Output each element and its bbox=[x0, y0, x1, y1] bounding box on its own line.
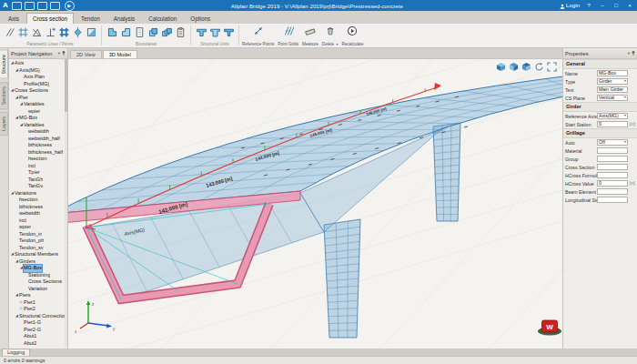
sidebar-vtab-structure[interactable]: Structure bbox=[0, 50, 8, 79]
property-section-grillage[interactable]: Grillage bbox=[563, 128, 637, 138]
model-canvas[interactable]: 142.000 [m]143.000 [m]144.000 [m]145.000… bbox=[68, 59, 562, 349]
property-value-reference-axis[interactable]: Axis(MG)▾ bbox=[597, 113, 628, 119]
tree-item-hsection[interactable]: hsection bbox=[9, 197, 67, 204]
boundary-corner2-button[interactable] bbox=[119, 25, 132, 40]
viewport-tab-3d-model[interactable]: 3D Model bbox=[103, 50, 137, 58]
point-grids-button[interactable]: Point Grids bbox=[276, 24, 300, 47]
tree-item-piers[interactable]: ◢Piers bbox=[9, 292, 67, 299]
perpendicular-point-button[interactable] bbox=[44, 25, 56, 40]
tree-item-variables[interactable]: ◢Variables bbox=[9, 101, 67, 108]
ribbon-tab-axis[interactable]: Axis bbox=[2, 13, 25, 24]
property-value-cross-section[interactable] bbox=[597, 164, 628, 170]
t-beam3-button[interactable] bbox=[222, 25, 235, 40]
fullscreen-icon[interactable] bbox=[546, 61, 557, 72]
diamond-move-button[interactable] bbox=[71, 25, 84, 40]
view-cube-iso-icon[interactable] bbox=[495, 61, 506, 72]
tree-item-abut2[interactable]: Abut2 bbox=[9, 340, 67, 348]
angle-line-button[interactable] bbox=[30, 25, 43, 40]
property-value-beam-element-nr[interactable] bbox=[597, 188, 628, 195]
tree-item-variables[interactable]: ◢Variables bbox=[9, 122, 67, 129]
reference-points-button[interactable]: Reference Points bbox=[240, 24, 276, 47]
tree-item-bthickness-half[interactable]: bthickness_half bbox=[9, 149, 67, 157]
property-value-text[interactable]: Main Girder bbox=[597, 86, 628, 93]
view-cube-front-icon[interactable] bbox=[508, 61, 519, 72]
view-cube-top-icon[interactable] bbox=[521, 61, 531, 72]
tree-item-tangh[interactable]: TanGh bbox=[9, 177, 67, 184]
boundary-corner-button[interactable] bbox=[106, 25, 118, 40]
close-button[interactable]: × bbox=[625, 2, 634, 8]
maximize-button[interactable]: □ bbox=[612, 2, 621, 8]
boundary-page-button[interactable] bbox=[133, 25, 146, 40]
property-value-cs-plane[interactable]: Vertical▾ bbox=[597, 95, 628, 101]
tree-item-cross-sections[interactable]: ◢Cross Sections bbox=[9, 87, 67, 95]
tree-item-tpier[interactable]: Tpier bbox=[9, 169, 67, 177]
minimize-button[interactable]: – bbox=[598, 2, 607, 8]
tree-item-abut1[interactable]: Abut1 bbox=[9, 333, 67, 340]
tree-item-axis-plan[interactable]: Axis Plan bbox=[9, 74, 67, 81]
property-value-hcross-formula[interactable] bbox=[597, 172, 628, 178]
tree-item-bthickness[interactable]: bthickness bbox=[9, 142, 67, 149]
fill-boundary-button[interactable] bbox=[85, 25, 97, 40]
t-beam2-button[interactable] bbox=[208, 25, 221, 40]
property-value-name[interactable]: MG-Box bbox=[597, 70, 628, 76]
bridge-3d-model[interactable]: 142.000 [m]143.000 [m]144.000 [m]145.000… bbox=[68, 59, 562, 349]
ribbon-tab-options[interactable]: Options bbox=[184, 13, 217, 24]
parallel-lines-button[interactable] bbox=[3, 25, 15, 40]
quick-access-icon[interactable] bbox=[12, 2, 22, 10]
tree-item-pier1-g[interactable]: Pier1-G bbox=[9, 319, 67, 327]
tree-item-wpier[interactable]: wpier bbox=[9, 108, 67, 116]
tree-item-mg-box[interactable]: ◢MG-Box bbox=[9, 265, 67, 272]
sidebar-scrollbar[interactable] bbox=[65, 59, 67, 347]
tree-item-pier2-g[interactable]: Pier2-G bbox=[9, 327, 67, 334]
property-value-start-station[interactable]: 0 bbox=[597, 121, 628, 127]
tree-item-cross-sections[interactable]: Cross Sections bbox=[9, 278, 67, 286]
delete-button[interactable]: Delete ▾ bbox=[320, 24, 340, 47]
property-value-longitudinal-step[interactable] bbox=[597, 197, 628, 203]
ribbon-tab-analysis[interactable]: Analysis bbox=[107, 13, 141, 24]
copy-units2-button[interactable] bbox=[160, 25, 173, 40]
ribbon-tab-cross-section[interactable]: Cross section bbox=[26, 13, 74, 24]
tree-item-pier[interactable]: ◢Pier bbox=[9, 95, 67, 102]
ribbon-tab-calculation[interactable]: Calculation bbox=[142, 13, 183, 24]
ribbon-tab-tendon[interactable]: Tendon bbox=[75, 13, 106, 24]
login-button[interactable]: Login bbox=[560, 2, 580, 8]
property-value-auto[interactable]: Off▾ bbox=[597, 139, 628, 146]
tree-item-variation[interactable]: Variation bbox=[9, 286, 67, 293]
recalculate-button[interactable]: Recalculate bbox=[339, 24, 365, 47]
tree-item-wpier[interactable]: wpier bbox=[9, 224, 67, 231]
sidebar-vtab-layers[interactable]: Layers bbox=[0, 112, 8, 136]
tree-item-webwidth-half[interactable]: webwidth_half bbox=[9, 136, 67, 143]
bold-grid-button[interactable] bbox=[57, 25, 70, 40]
construction-grid-button[interactable] bbox=[16, 25, 29, 40]
tree-item-profile-mg[interactable]: Profile(MG) bbox=[9, 81, 67, 88]
t-beam-button[interactable] bbox=[195, 25, 207, 40]
tree-item-structural-connections[interactable]: ◢Structural Connections bbox=[9, 313, 67, 320]
tree-item-pier2[interactable]: ▷Pier2 bbox=[9, 306, 67, 313]
tree-item-incl[interactable]: incl bbox=[9, 163, 67, 170]
tree-item-mg-box[interactable]: ◢MG-Box bbox=[9, 115, 67, 122]
run-icon[interactable]: ▶ bbox=[65, 1, 75, 11]
property-value-hcross-value[interactable]: 0 bbox=[597, 180, 628, 187]
tree-item-tendon-ph[interactable]: Tendon_ph bbox=[9, 238, 67, 245]
chevron-down-icon[interactable]: ▾ bbox=[58, 51, 60, 56]
chevron-down-icon[interactable]: ▾ bbox=[628, 51, 630, 56]
tree-item-webwidth[interactable]: webwidth bbox=[9, 210, 67, 217]
tree-item-tangv[interactable]: TanGv bbox=[9, 183, 67, 190]
property-value-material[interactable] bbox=[597, 147, 628, 154]
tree-item-structural-members[interactable]: ◢Structural Members bbox=[9, 251, 67, 258]
orbit-icon[interactable] bbox=[533, 61, 544, 72]
tree-item-pier1[interactable]: ▷Pier1 bbox=[9, 299, 67, 307]
property-value-type[interactable]: Girder▾ bbox=[597, 78, 628, 85]
pin-icon[interactable] bbox=[632, 51, 635, 56]
help-button[interactable]: ? bbox=[584, 2, 593, 8]
tree-item-incl[interactable]: incl bbox=[9, 217, 67, 225]
tree-item-girders[interactable]: ◢Girders bbox=[9, 258, 67, 266]
tree-item-tendon-sv[interactable]: Tendon_sv bbox=[9, 245, 67, 252]
logging-tab[interactable]: Logging bbox=[2, 349, 30, 356]
sidebar-vtab-sections[interactable]: Sections bbox=[0, 82, 8, 109]
clipboard-button[interactable] bbox=[174, 25, 187, 40]
tree-item-hsection[interactable]: hsection bbox=[9, 156, 67, 163]
quick-access-icon[interactable] bbox=[50, 2, 60, 10]
property-section-girder[interactable]: Girder bbox=[563, 102, 637, 112]
tree-item-bthickness[interactable]: bthickness bbox=[9, 204, 67, 211]
